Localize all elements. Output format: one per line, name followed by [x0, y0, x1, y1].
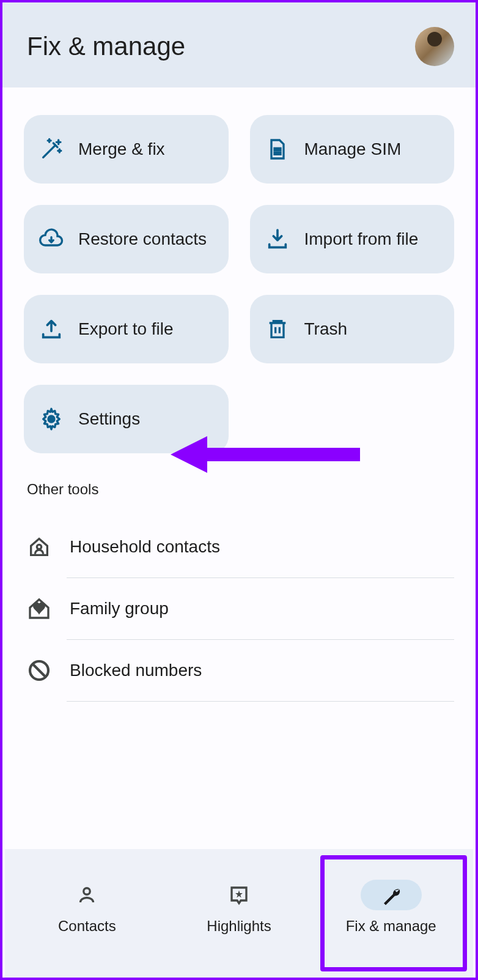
divider	[67, 701, 454, 702]
gear-icon	[39, 407, 64, 431]
merge-fix-tile[interactable]: Merge & fix	[24, 115, 229, 184]
restore-contacts-tile[interactable]: Restore contacts	[24, 205, 229, 273]
svg-rect-0	[274, 148, 276, 150]
blocked-numbers-item[interactable]: Blocked numbers	[24, 640, 454, 701]
export-icon	[39, 317, 64, 341]
sim-card-icon	[265, 137, 290, 161]
export-file-tile[interactable]: Export to file	[24, 295, 229, 363]
tile-label: Manage SIM	[304, 138, 402, 160]
nav-highlights[interactable]: Highlights	[163, 880, 315, 935]
tool-label: Blocked numbers	[70, 661, 202, 680]
nav-label: Fix & manage	[346, 918, 436, 935]
content: Merge & fix Manage SIM Re	[2, 87, 476, 702]
tile-label: Merge & fix	[78, 138, 165, 160]
family-home-icon	[27, 596, 51, 621]
household-icon	[27, 535, 51, 559]
svg-rect-3	[278, 152, 280, 154]
trash-tile[interactable]: Trash	[250, 295, 455, 363]
wrench-icon	[361, 880, 422, 910]
other-tools-heading: Other tools	[27, 481, 454, 498]
nav-fix-manage[interactable]: Fix & manage	[315, 880, 467, 935]
tile-label: Settings	[78, 408, 140, 430]
tile-label: Export to file	[78, 318, 174, 340]
svg-point-5	[37, 544, 41, 549]
tool-label: Household contacts	[70, 537, 220, 557]
import-file-tile[interactable]: Import from file	[250, 205, 455, 273]
household-contacts-item[interactable]: Household contacts	[24, 516, 454, 577]
svg-point-4	[48, 416, 54, 422]
person-icon	[56, 880, 117, 910]
tile-grid: Merge & fix Manage SIM Re	[24, 115, 454, 453]
import-icon	[265, 227, 290, 251]
avatar[interactable]	[415, 27, 454, 66]
page-title: Fix & manage	[27, 32, 185, 61]
nav-contacts[interactable]: Contacts	[11, 880, 163, 935]
svg-rect-1	[278, 148, 280, 150]
magic-wand-icon	[39, 137, 64, 161]
trash-icon	[265, 317, 290, 341]
bottom-nav: Contacts Highlights Fix & manage	[5, 849, 473, 978]
family-group-item[interactable]: Family group	[24, 578, 454, 639]
svg-rect-2	[274, 152, 276, 154]
tool-label: Family group	[70, 599, 169, 618]
settings-tile[interactable]: Settings	[24, 385, 229, 453]
tile-label: Trash	[304, 318, 348, 340]
block-icon	[27, 658, 51, 683]
svg-point-7	[84, 888, 90, 895]
other-tools-list: Household contacts Family group Blocked …	[24, 516, 454, 702]
nav-label: Contacts	[58, 918, 116, 935]
cloud-download-icon	[39, 227, 64, 251]
tile-label: Restore contacts	[78, 228, 207, 250]
manage-sim-tile[interactable]: Manage SIM	[250, 115, 455, 184]
highlights-icon	[208, 880, 270, 910]
nav-label: Highlights	[207, 918, 271, 935]
tile-label: Import from file	[304, 228, 419, 250]
header: Fix & manage	[2, 2, 476, 87]
